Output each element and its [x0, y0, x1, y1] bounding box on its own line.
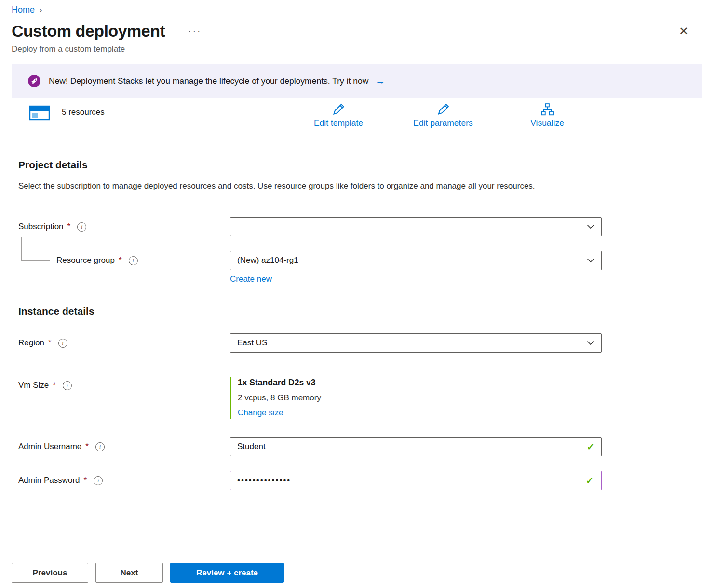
admin-password-row: Admin Password* i •••••••••••••• ✓ [18, 471, 690, 490]
change-size-link[interactable]: Change size [238, 408, 284, 418]
edit-parameters-link[interactable]: Edit parameters [413, 102, 473, 128]
info-icon[interactable]: i [94, 476, 103, 485]
template-resources-icon [29, 103, 50, 122]
banner-message: New! Deployment Stacks let you manage th… [49, 76, 368, 86]
required-asterisk: * [53, 381, 56, 390]
rocket-icon [28, 75, 40, 87]
previous-button[interactable]: Previous [12, 563, 88, 583]
resource-group-label: Resource group* i [18, 256, 230, 265]
admin-password-input[interactable]: •••••••••••••• ✓ [230, 471, 602, 490]
edit-template-link[interactable]: Edit template [314, 102, 363, 128]
subscription-dropdown[interactable] [230, 217, 602, 236]
admin-password-label: Admin Password* i [18, 476, 230, 485]
org-chart-icon [540, 102, 554, 117]
required-asterisk: * [68, 222, 71, 232]
pencil-icon [331, 102, 346, 117]
instance-details-heading: Instance details [18, 305, 690, 317]
footer-buttons: Previous Next Review + create [12, 563, 284, 583]
resource-group-tree-connector [21, 237, 50, 261]
edit-template-label: Edit template [314, 118, 363, 128]
subscription-row: Subscription* i [18, 217, 690, 236]
page-title: Custom deployment [12, 22, 165, 41]
chevron-down-icon [587, 341, 594, 345]
admin-username-input[interactable]: Student ✓ [230, 437, 602, 456]
info-icon[interactable]: i [77, 222, 86, 232]
resource-group-value: (New) az104-rg1 [237, 256, 298, 265]
more-options-icon[interactable]: ··· [188, 26, 202, 37]
template-bar: 5 resources Edit template Edit parameter… [0, 101, 702, 138]
project-details-heading: Project details [18, 159, 690, 171]
form-content: Project details Select the subscription … [0, 159, 702, 490]
info-icon[interactable]: i [95, 442, 105, 451]
region-value: East US [237, 338, 267, 348]
valid-check-icon: ✓ [587, 441, 594, 452]
region-row: Region* i East US [18, 333, 690, 353]
admin-username-label: Admin Username* i [18, 442, 230, 451]
title-row: Custom deployment ··· ✕ [0, 15, 702, 41]
required-asterisk: * [119, 256, 122, 265]
custom-deployment-page: Home › Custom deployment ··· ✕ Deploy fr… [0, 0, 702, 588]
valid-check-icon: ✓ [586, 475, 594, 486]
vm-size-detail: 2 vcpus, 8 GB memory [238, 393, 602, 403]
vm-size-label: Vm Size* i [18, 377, 230, 390]
chevron-down-icon [587, 258, 594, 263]
vm-size-title: 1x Standard D2s v3 [238, 378, 602, 388]
region-label: Region* i [18, 338, 230, 348]
review-create-button[interactable]: Review + create [170, 563, 284, 583]
admin-username-value: Student [237, 442, 266, 451]
page-subtitle: Deploy from a custom template [0, 41, 702, 54]
subscription-label: Subscription* i [18, 222, 230, 232]
resources-count: 5 resources [62, 108, 105, 117]
pencil-icon [436, 102, 450, 117]
required-asterisk: * [85, 442, 89, 451]
region-dropdown[interactable]: East US [230, 333, 602, 353]
chevron-down-icon [587, 224, 594, 229]
project-rows: Subscription* i Resource group* i [18, 217, 690, 284]
next-button[interactable]: Next [95, 563, 163, 583]
admin-password-value: •••••••••••••• [237, 476, 291, 485]
vm-size-selection: 1x Standard D2s v3 2 vcpus, 8 GB memory … [230, 377, 602, 419]
deployment-stacks-banner[interactable]: New! Deployment Stacks let you manage th… [12, 64, 702, 98]
required-asterisk: * [48, 338, 52, 348]
visualize-link[interactable]: Visualize [530, 102, 564, 128]
resource-group-dropdown[interactable]: (New) az104-rg1 [230, 251, 602, 270]
arrow-right-icon: → [375, 75, 385, 87]
visualize-label: Visualize [530, 118, 564, 128]
template-info: 5 resources [29, 103, 105, 122]
breadcrumb-home-link[interactable]: Home [12, 5, 35, 15]
required-asterisk: * [84, 476, 87, 485]
info-icon[interactable]: i [129, 256, 138, 265]
create-new-link[interactable]: Create new [230, 274, 272, 284]
admin-username-row: Admin Username* i Student ✓ [18, 437, 690, 456]
breadcrumb-chevron-icon: › [40, 6, 42, 14]
info-icon[interactable]: i [63, 381, 72, 390]
edit-parameters-label: Edit parameters [413, 118, 473, 128]
breadcrumb: Home › [0, 0, 702, 15]
info-icon[interactable]: i [58, 339, 68, 348]
vm-size-row: Vm Size* i 1x Standard D2s v3 2 vcpus, 8… [18, 377, 690, 419]
project-details-description: Select the subscription to manage deploy… [18, 178, 573, 194]
resource-group-row: Resource group* i (New) az104-rg1 [18, 251, 690, 270]
close-icon[interactable]: ✕ [679, 26, 688, 37]
